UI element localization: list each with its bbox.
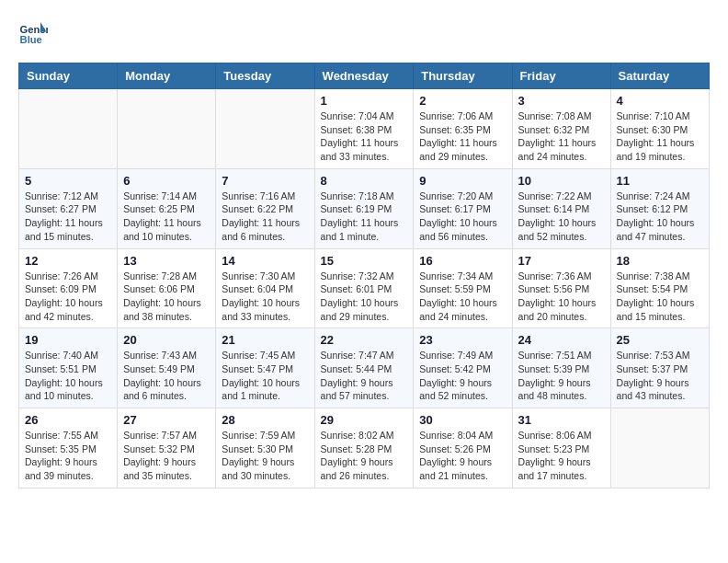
svg-text:Blue: Blue	[20, 34, 42, 45]
calendar-cell: 20Sunrise: 7:43 AM Sunset: 5:49 PM Dayli…	[118, 328, 216, 408]
day-info: Sunrise: 7:30 AM Sunset: 6:04 PM Dayligh…	[222, 270, 308, 324]
calendar-cell: 1Sunrise: 7:04 AM Sunset: 6:38 PM Daylig…	[314, 89, 414, 169]
page-header: General Blue	[18, 18, 710, 48]
day-number: 7	[222, 174, 308, 188]
day-info: Sunrise: 7:36 AM Sunset: 5:56 PM Dayligh…	[518, 270, 605, 324]
day-info: Sunrise: 8:02 AM Sunset: 5:28 PM Dayligh…	[321, 429, 408, 483]
day-info: Sunrise: 7:04 AM Sunset: 6:38 PM Dayligh…	[321, 109, 408, 164]
calendar-cell: 12Sunrise: 7:26 AM Sunset: 6:09 PM Dayli…	[19, 248, 118, 328]
calendar-cell: 26Sunrise: 7:55 AM Sunset: 5:35 PM Dayli…	[19, 408, 118, 488]
calendar-cell: 13Sunrise: 7:28 AM Sunset: 6:06 PM Dayli…	[118, 248, 216, 328]
day-number: 4	[617, 94, 703, 108]
day-number: 21	[222, 333, 308, 347]
day-info: Sunrise: 7:53 AM Sunset: 5:37 PM Dayligh…	[617, 349, 703, 403]
day-header-saturday: Saturday	[610, 63, 709, 89]
calendar-cell	[610, 408, 709, 488]
day-number: 20	[123, 333, 210, 347]
calendar-cell: 19Sunrise: 7:40 AM Sunset: 5:51 PM Dayli…	[19, 328, 118, 408]
calendar-cell: 14Sunrise: 7:30 AM Sunset: 6:04 PM Dayli…	[216, 248, 314, 328]
week-row-3: 12Sunrise: 7:26 AM Sunset: 6:09 PM Dayli…	[19, 248, 710, 328]
calendar-cell	[19, 89, 118, 169]
day-header-tuesday: Tuesday	[216, 63, 314, 89]
day-number: 15	[321, 254, 408, 268]
day-number: 24	[518, 333, 605, 347]
calendar-cell: 15Sunrise: 7:32 AM Sunset: 6:01 PM Dayli…	[314, 248, 414, 328]
day-info: Sunrise: 7:51 AM Sunset: 5:39 PM Dayligh…	[518, 349, 605, 403]
calendar-cell: 18Sunrise: 7:38 AM Sunset: 5:54 PM Dayli…	[610, 248, 709, 328]
week-row-1: 1Sunrise: 7:04 AM Sunset: 6:38 PM Daylig…	[19, 89, 710, 169]
day-info: Sunrise: 7:45 AM Sunset: 5:47 PM Dayligh…	[222, 349, 308, 403]
week-row-5: 26Sunrise: 7:55 AM Sunset: 5:35 PM Dayli…	[19, 408, 710, 488]
day-number: 19	[25, 333, 111, 347]
day-info: Sunrise: 7:16 AM Sunset: 6:22 PM Dayligh…	[222, 190, 308, 244]
day-number: 17	[518, 254, 605, 268]
day-header-monday: Monday	[118, 63, 216, 89]
calendar-cell: 23Sunrise: 7:49 AM Sunset: 5:42 PM Dayli…	[414, 328, 512, 408]
day-info: Sunrise: 7:10 AM Sunset: 6:30 PM Dayligh…	[617, 109, 703, 164]
day-number: 9	[419, 174, 506, 188]
calendar-cell: 2Sunrise: 7:06 AM Sunset: 6:35 PM Daylig…	[414, 89, 512, 169]
calendar-cell: 7Sunrise: 7:16 AM Sunset: 6:22 PM Daylig…	[216, 168, 314, 248]
calendar-header-row: SundayMondayTuesdayWednesdayThursdayFrid…	[19, 63, 710, 89]
day-info: Sunrise: 7:40 AM Sunset: 5:51 PM Dayligh…	[25, 349, 111, 403]
day-header-wednesday: Wednesday	[314, 63, 414, 89]
day-number: 11	[617, 174, 703, 188]
calendar-cell: 22Sunrise: 7:47 AM Sunset: 5:44 PM Dayli…	[314, 328, 414, 408]
calendar-cell	[216, 89, 314, 169]
day-number: 26	[25, 413, 111, 427]
day-number: 14	[222, 254, 308, 268]
day-info: Sunrise: 7:08 AM Sunset: 6:32 PM Dayligh…	[518, 109, 605, 164]
day-info: Sunrise: 7:32 AM Sunset: 6:01 PM Dayligh…	[321, 270, 408, 324]
week-row-4: 19Sunrise: 7:40 AM Sunset: 5:51 PM Dayli…	[19, 328, 710, 408]
day-number: 25	[617, 333, 703, 347]
day-info: Sunrise: 7:26 AM Sunset: 6:09 PM Dayligh…	[25, 270, 111, 324]
day-number: 27	[123, 413, 210, 427]
day-info: Sunrise: 7:22 AM Sunset: 6:14 PM Dayligh…	[518, 190, 605, 244]
calendar-cell: 17Sunrise: 7:36 AM Sunset: 5:56 PM Dayli…	[512, 248, 610, 328]
day-number: 12	[25, 254, 111, 268]
day-info: Sunrise: 7:24 AM Sunset: 6:12 PM Dayligh…	[617, 190, 703, 244]
day-info: Sunrise: 7:47 AM Sunset: 5:44 PM Dayligh…	[321, 349, 408, 403]
calendar-cell: 31Sunrise: 8:06 AM Sunset: 5:23 PM Dayli…	[512, 408, 610, 488]
calendar-cell: 3Sunrise: 7:08 AM Sunset: 6:32 PM Daylig…	[512, 89, 610, 169]
day-info: Sunrise: 7:59 AM Sunset: 5:30 PM Dayligh…	[222, 429, 308, 483]
calendar-cell: 30Sunrise: 8:04 AM Sunset: 5:26 PM Dayli…	[414, 408, 512, 488]
day-header-friday: Friday	[512, 63, 610, 89]
day-header-thursday: Thursday	[414, 63, 512, 89]
calendar-cell: 6Sunrise: 7:14 AM Sunset: 6:25 PM Daylig…	[118, 168, 216, 248]
day-info: Sunrise: 7:18 AM Sunset: 6:19 PM Dayligh…	[321, 190, 408, 244]
day-number: 23	[419, 333, 506, 347]
day-number: 10	[518, 174, 605, 188]
day-number: 29	[321, 413, 408, 427]
day-number: 31	[518, 413, 605, 427]
calendar-cell	[118, 89, 216, 169]
day-number: 1	[321, 94, 408, 108]
day-info: Sunrise: 7:57 AM Sunset: 5:32 PM Dayligh…	[123, 429, 210, 483]
day-number: 16	[419, 254, 506, 268]
calendar-cell: 27Sunrise: 7:57 AM Sunset: 5:32 PM Dayli…	[118, 408, 216, 488]
day-number: 18	[617, 254, 703, 268]
day-info: Sunrise: 7:55 AM Sunset: 5:35 PM Dayligh…	[25, 429, 111, 483]
day-number: 30	[419, 413, 506, 427]
day-info: Sunrise: 7:06 AM Sunset: 6:35 PM Dayligh…	[419, 109, 506, 164]
calendar-cell: 4Sunrise: 7:10 AM Sunset: 6:30 PM Daylig…	[610, 89, 709, 169]
calendar-cell: 5Sunrise: 7:12 AM Sunset: 6:27 PM Daylig…	[19, 168, 118, 248]
calendar-cell: 16Sunrise: 7:34 AM Sunset: 5:59 PM Dayli…	[414, 248, 512, 328]
calendar-cell: 29Sunrise: 8:02 AM Sunset: 5:28 PM Dayli…	[314, 408, 414, 488]
day-info: Sunrise: 7:12 AM Sunset: 6:27 PM Dayligh…	[25, 190, 111, 244]
day-info: Sunrise: 7:43 AM Sunset: 5:49 PM Dayligh…	[123, 349, 210, 403]
day-number: 8	[321, 174, 408, 188]
day-number: 6	[123, 174, 210, 188]
calendar-cell: 10Sunrise: 7:22 AM Sunset: 6:14 PM Dayli…	[512, 168, 610, 248]
day-info: Sunrise: 8:06 AM Sunset: 5:23 PM Dayligh…	[518, 429, 605, 483]
day-info: Sunrise: 7:49 AM Sunset: 5:42 PM Dayligh…	[419, 349, 506, 403]
calendar-cell: 25Sunrise: 7:53 AM Sunset: 5:37 PM Dayli…	[610, 328, 709, 408]
day-info: Sunrise: 7:14 AM Sunset: 6:25 PM Dayligh…	[123, 190, 210, 244]
week-row-2: 5Sunrise: 7:12 AM Sunset: 6:27 PM Daylig…	[19, 168, 710, 248]
day-header-sunday: Sunday	[19, 63, 118, 89]
calendar-cell: 24Sunrise: 7:51 AM Sunset: 5:39 PM Dayli…	[512, 328, 610, 408]
day-info: Sunrise: 7:28 AM Sunset: 6:06 PM Dayligh…	[123, 270, 210, 324]
calendar-table: SundayMondayTuesdayWednesdayThursdayFrid…	[18, 63, 710, 488]
logo: General Blue	[18, 18, 51, 48]
logo-icon: General Blue	[18, 18, 48, 48]
